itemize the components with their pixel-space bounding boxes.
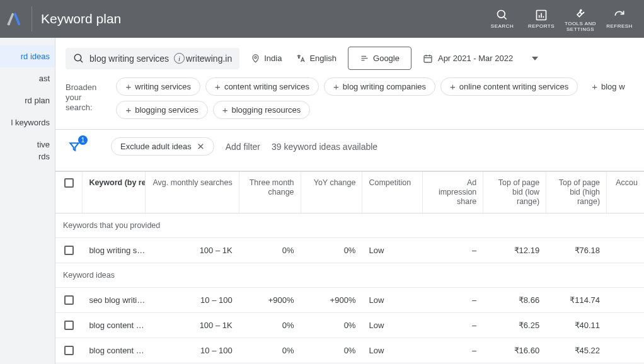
table-header: Keyword (by relevance) Avg. monthly sear… bbox=[55, 172, 644, 213]
cell-keyword[interactable]: blog content … bbox=[83, 313, 146, 338]
translate-icon bbox=[296, 54, 306, 64]
col-bid-low[interactable]: Top of page bid (low range) bbox=[483, 172, 546, 213]
filter-result-count: 39 keyword ideas available bbox=[272, 142, 377, 152]
col-avg-searches[interactable]: Avg. monthly searches bbox=[146, 172, 239, 213]
calendar-icon bbox=[423, 54, 433, 64]
col-yoy[interactable]: YoY change bbox=[301, 172, 363, 213]
search-action[interactable]: SEARCH bbox=[483, 9, 522, 29]
broaden-chip[interactable]: +writing services bbox=[116, 77, 200, 96]
header-divider bbox=[32, 6, 32, 31]
col-competition[interactable]: Competition bbox=[362, 172, 423, 213]
filter-button[interactable]: 1 bbox=[68, 140, 81, 153]
svg-point-9 bbox=[255, 57, 256, 59]
cell-three-month: 0% bbox=[239, 238, 301, 263]
wrench-icon bbox=[574, 6, 587, 19]
cell-impression: – bbox=[423, 238, 483, 263]
info-icon: i bbox=[174, 53, 185, 64]
broaden-chip[interactable]: +online content writing services bbox=[440, 77, 578, 96]
sidebar-item-keyword-ideas[interactable]: rd ideas bbox=[0, 45, 55, 67]
sidebar-item-keywords[interactable]: rds bbox=[0, 151, 55, 168]
broaden-label: Broaden your search: bbox=[66, 77, 107, 119]
broaden-chip[interactable]: +content writing services bbox=[205, 77, 319, 96]
cell-keyword[interactable]: seo blog writi… bbox=[83, 288, 146, 312]
filter-badge: 1 bbox=[78, 135, 88, 145]
broaden-chip[interactable]: +blog writing companies bbox=[324, 77, 435, 96]
svg-line-8 bbox=[80, 60, 83, 62]
close-icon[interactable] bbox=[197, 142, 205, 151]
cell-keyword[interactable]: blog content … bbox=[83, 338, 146, 363]
tools-settings-action[interactable]: TOOLS AND SETTINGS bbox=[561, 6, 600, 32]
col-account[interactable]: Accou bbox=[607, 172, 644, 213]
row-checkbox[interactable] bbox=[64, 295, 74, 305]
sidebar-item-negative[interactable]: tive bbox=[0, 134, 55, 151]
col-three-month[interactable]: Three month change bbox=[239, 172, 301, 213]
table-row: blog writing s… 100 – 1K 0% 0% Low – ₹12… bbox=[55, 238, 644, 263]
filter-bar: 1 Exclude adult ideas Add filter 39 keyw… bbox=[55, 130, 644, 171]
svg-point-7 bbox=[74, 54, 81, 61]
keywords-table: Keyword (by relevance) Avg. monthly sear… bbox=[55, 171, 644, 364]
col-bid-high[interactable]: Top of page bid (high range) bbox=[546, 172, 607, 213]
search-site: iwritewing.in bbox=[174, 53, 232, 64]
row-checkbox[interactable] bbox=[64, 346, 74, 355]
sidebar-item-keyword-plan[interactable]: rd plan bbox=[0, 89, 55, 111]
main-panel: blog writing services iwritewing.in Indi… bbox=[55, 38, 644, 364]
language-chip[interactable]: English bbox=[293, 50, 339, 67]
location-pin-icon bbox=[251, 54, 260, 63]
date-range-chip[interactable]: Apr 2021 - Mar 2022 bbox=[420, 50, 541, 67]
row-checkbox[interactable] bbox=[64, 246, 74, 255]
table-row: blog content … 100 – 1K 0% 0% Low – ₹6.2… bbox=[55, 313, 644, 338]
col-keyword[interactable]: Keyword (by relevance) bbox=[83, 172, 146, 213]
plus-icon: + bbox=[222, 106, 228, 114]
svg-point-1 bbox=[498, 11, 505, 18]
plus-icon: + bbox=[125, 82, 131, 91]
control-bar: blog writing services iwritewing.in Indi… bbox=[55, 38, 644, 70]
page-title: Keyword plan bbox=[41, 11, 121, 26]
search-icon bbox=[496, 9, 509, 21]
filter-chip-exclude-adult[interactable]: Exclude adult ideas bbox=[111, 137, 214, 156]
top-bar: Keyword plan SEARCH REPORTS TOOLS AND SE… bbox=[0, 0, 644, 38]
reports-action[interactable]: REPORTS bbox=[522, 9, 561, 29]
cell-avg: 100 – 1K bbox=[146, 238, 239, 263]
cell-competition: Low bbox=[362, 238, 423, 263]
search-query: blog writing services bbox=[89, 54, 169, 64]
svg-rect-13 bbox=[424, 55, 432, 62]
cell-bid-low: ₹12.19 bbox=[483, 238, 546, 263]
col-ad-impression[interactable]: Ad impression share bbox=[423, 172, 483, 213]
search-icon bbox=[73, 53, 84, 64]
section-ideas: Keyword ideas bbox=[55, 263, 644, 288]
broaden-search-section: Broaden your search: +writing services +… bbox=[55, 70, 644, 130]
table-row: seo blog writi… 10 – 100 +900% +900% Low… bbox=[55, 288, 644, 313]
row-checkbox[interactable] bbox=[64, 321, 74, 330]
broaden-chip[interactable]: +blogging resources bbox=[213, 101, 311, 119]
sidebar-item-forecast[interactable]: ast bbox=[0, 67, 55, 89]
cell-keyword[interactable]: blog writing s… bbox=[83, 238, 146, 263]
chevron-down-icon bbox=[532, 57, 538, 60]
network-icon bbox=[360, 54, 369, 63]
bar-chart-icon bbox=[535, 9, 548, 21]
refresh-action[interactable]: REFRESH bbox=[600, 9, 639, 29]
broaden-chip-list: +writing services +content writing servi… bbox=[116, 77, 634, 119]
refresh-icon bbox=[613, 9, 626, 21]
plus-icon: + bbox=[215, 82, 221, 91]
location-chip[interactable]: India bbox=[248, 50, 284, 67]
cell-bid-high: ₹76.18 bbox=[546, 238, 607, 263]
google-ads-logo bbox=[0, 12, 28, 26]
sidebar: rd ideas ast rd plan l keywords tive rds bbox=[0, 38, 55, 364]
broaden-chip[interactable]: +blogging services bbox=[116, 101, 207, 119]
svg-point-0 bbox=[8, 23, 10, 25]
keyword-search-box[interactable]: blog writing services iwritewing.in bbox=[66, 48, 239, 69]
cell-yoy: 0% bbox=[301, 238, 363, 263]
network-chip[interactable]: Google bbox=[348, 47, 411, 70]
add-filter-link[interactable]: Add filter bbox=[226, 142, 260, 152]
table-row: blog content … 10 – 100 0% 0% Low – ₹16.… bbox=[55, 338, 644, 363]
broaden-chip[interactable]: +blog w bbox=[583, 77, 633, 96]
plus-icon: + bbox=[333, 82, 339, 91]
select-all-checkbox[interactable] bbox=[64, 178, 74, 188]
plus-icon: + bbox=[592, 82, 597, 91]
section-provided: Keywords that you provided bbox=[55, 213, 644, 238]
sidebar-item-saved-keywords[interactable]: l keywords bbox=[0, 111, 55, 134]
plus-icon: + bbox=[450, 82, 456, 91]
plus-icon: + bbox=[125, 106, 131, 114]
svg-line-2 bbox=[504, 17, 507, 20]
